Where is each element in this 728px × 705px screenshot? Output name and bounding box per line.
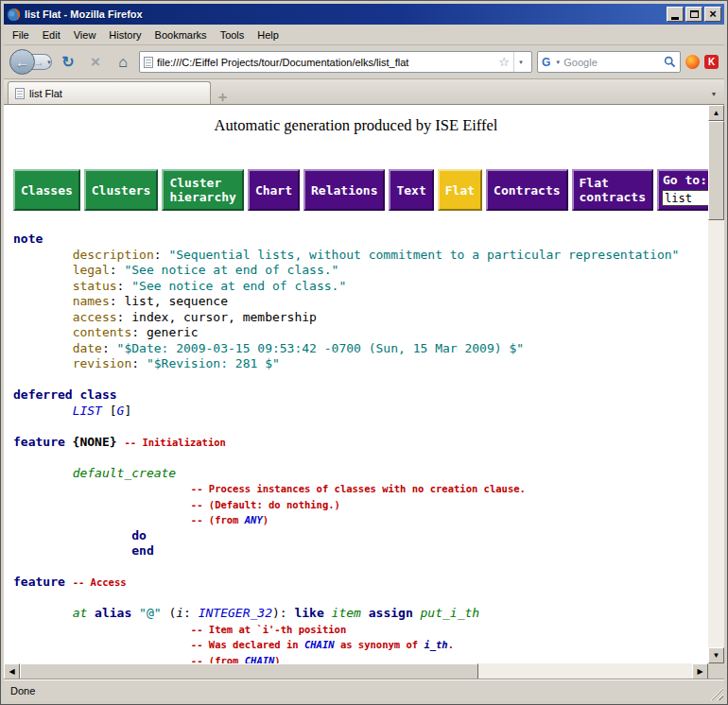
code-segment-tag: description (73, 248, 154, 262)
search-bar[interactable]: G ▼ (537, 51, 681, 73)
maximize-button[interactable] (685, 7, 702, 22)
code-segment-comcls[interactable]: ANY (245, 514, 263, 525)
menu-edit[interactable]: Edit (36, 26, 67, 43)
code-segment-kw: feature (13, 435, 65, 449)
scroll-left-button[interactable]: ◀ (4, 663, 20, 679)
resize-grip-icon[interactable] (710, 687, 723, 700)
code-line: legal: "See notice at end of class." (13, 263, 708, 279)
doc-button-classes[interactable]: Classes (13, 169, 80, 211)
code-line: -- Was declared in CHAIN as synonym of i… (13, 637, 708, 653)
code-segment-cls[interactable]: INTEGER_32 (199, 606, 272, 620)
history-dropdown-icon[interactable]: ▼ (46, 60, 52, 65)
scroll-up-button[interactable]: ▲ (708, 105, 724, 121)
address-bar[interactable]: ☆ ▼ (139, 51, 532, 73)
code-segment-plain (361, 606, 369, 620)
horizontal-scroll-track[interactable] (20, 663, 692, 679)
close-button[interactable]: × (704, 7, 721, 22)
code-segment-str: "Sequential lists, without commitment to… (168, 248, 679, 262)
scroll-down-button[interactable]: ▼ (708, 647, 724, 663)
status-bar: Done (4, 679, 724, 701)
code-line: deferred class (13, 387, 708, 404)
code-segment-plain (13, 606, 73, 620)
goto-input[interactable] (662, 190, 708, 206)
doc-button-clusters[interactable]: Clusters (84, 169, 159, 211)
code-segment-comfeat[interactable]: i_th (424, 639, 447, 650)
code-line: revision: "$Revision: 281 $" (13, 356, 708, 372)
code-line: date: "$Date: 2009-03-15 09:53:42 -0700 … (13, 341, 708, 357)
code-segment-com: ) (274, 655, 280, 664)
code-segment-com: -- Access (73, 576, 127, 588)
scroll-right-button[interactable]: ▶ (692, 663, 708, 679)
code-line: default_create (13, 466, 708, 482)
minimize-button[interactable] (667, 7, 684, 22)
search-input[interactable] (563, 57, 661, 68)
doc-button-contracts[interactable]: Contracts (486, 169, 567, 211)
menu-bookmarks[interactable]: Bookmarks (148, 26, 214, 43)
code-segment-plain (13, 356, 73, 370)
list-all-tabs-button[interactable]: ▼ (705, 83, 722, 104)
bookmark-star-icon[interactable]: ☆ (498, 56, 510, 68)
code-segment-plain: : (102, 341, 117, 355)
code-segment-comcls[interactable]: CHAIN (245, 655, 275, 664)
reload-button[interactable]: ↻ (57, 51, 79, 74)
back-arrow-icon: ← (15, 55, 29, 69)
code-segment-feat[interactable]: put_i_th (421, 606, 480, 620)
doc-button-chart[interactable]: Chart (248, 169, 300, 211)
horizontal-scrollbar[interactable]: ◀ ▶ (4, 663, 708, 679)
code-segment-str: "See notice at end of class." (124, 263, 338, 277)
vertical-scroll-track[interactable] (708, 121, 724, 647)
vertical-scroll-thumb[interactable] (708, 121, 724, 220)
code-segment-plain (13, 622, 191, 636)
address-dropdown-icon[interactable]: ▼ (513, 52, 528, 72)
tab-list-flat[interactable]: list Flat (8, 81, 211, 104)
menu-history[interactable]: History (102, 26, 147, 43)
code-segment-plain: ): (272, 606, 294, 620)
doc-button-cluster-hierarchy[interactable]: Cluster hierarchy (162, 169, 243, 211)
tab-label: list Flat (29, 88, 62, 99)
code-line: access: index, cursor, membership (13, 310, 708, 326)
doc-button-flat-contracts[interactable]: Flat contracts (572, 169, 653, 211)
doc-button-relations[interactable]: Relations (303, 169, 385, 211)
code-line (13, 372, 708, 388)
menu-tools[interactable]: Tools (214, 26, 251, 43)
code-segment-comcls[interactable]: CHAIN (304, 639, 335, 650)
code-segment-str: "$Revision: 281 $" (147, 356, 280, 370)
vertical-scrollbar[interactable]: ▲ ▼ (708, 105, 724, 663)
code-segment-cls[interactable]: LIST (73, 404, 102, 418)
search-engine-dropdown-icon[interactable]: ▼ (555, 60, 561, 65)
code-segment-kw: alias (95, 606, 131, 620)
code-segment-feat[interactable]: default_create (73, 466, 177, 480)
doc-button-text[interactable]: Text (389, 169, 433, 211)
maximize-icon (690, 10, 699, 18)
address-input[interactable] (157, 57, 494, 68)
goto-box: Go to: (657, 169, 708, 211)
code-line: LIST [G] (13, 404, 708, 420)
stop-button[interactable]: × (84, 51, 107, 74)
code-segment-plain (87, 606, 95, 620)
search-magnifier-icon[interactable] (664, 56, 676, 68)
code-segment-plain (413, 606, 421, 620)
home-button[interactable]: ⌂ (112, 51, 134, 74)
horizontal-scroll-thumb[interactable] (20, 663, 478, 679)
code-segment-feat[interactable]: item (332, 606, 361, 620)
doc-button-flat[interactable]: Flat (438, 169, 482, 211)
back-button[interactable]: ← (9, 49, 35, 75)
new-tab-button[interactable]: ✛ (211, 92, 234, 104)
code-line (13, 450, 708, 466)
extension-icon-red[interactable]: K (704, 55, 719, 69)
menu-help[interactable]: Help (251, 26, 286, 43)
code-segment-feat[interactable]: at (73, 606, 88, 620)
google-logo-icon[interactable]: G (542, 56, 550, 69)
goto-label: Go to: (659, 171, 708, 187)
code-segment-plain (13, 263, 73, 277)
code-segment-plain: : index, cursor, membership (117, 310, 317, 324)
code-segment-plain (13, 512, 191, 526)
menu-file[interactable]: File (6, 26, 36, 43)
tab-favicon (15, 88, 25, 99)
menu-view[interactable]: View (67, 26, 103, 43)
extension-icon-orange[interactable] (685, 55, 700, 69)
code-segment-tag: contents (73, 325, 132, 339)
code-segment-plain: : (131, 356, 147, 370)
code-segment-com: -- (Default: do nothing.) (191, 499, 340, 510)
content-viewport: Automatic generation produced by ISE Eif… (4, 105, 724, 663)
